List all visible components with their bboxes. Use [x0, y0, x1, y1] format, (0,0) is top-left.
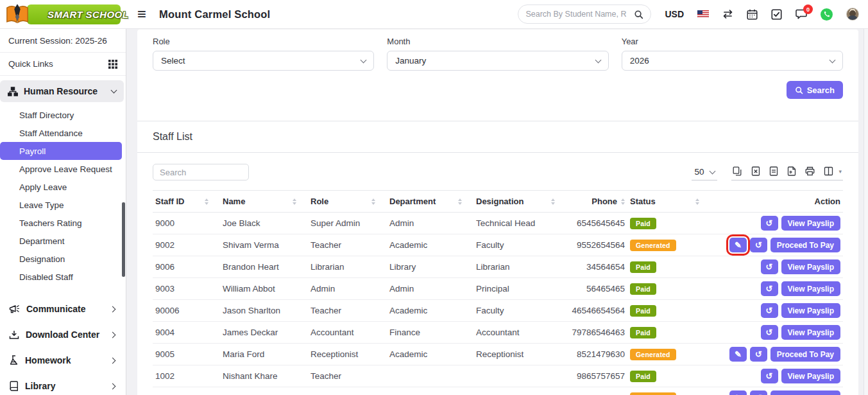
action-buttons: ✎↺Proceed To Pay — [713, 391, 840, 395]
view-payslip-button[interactable]: View Payslip — [781, 369, 841, 383]
revert-button[interactable]: ↺ — [750, 391, 767, 395]
sidebar-item-disabled-staff[interactable]: Disabled Staff — [0, 268, 122, 286]
cell-staff-id: 90006 — [153, 300, 220, 322]
cell-status: Paid — [627, 278, 711, 300]
revert-button[interactable]: ↺ — [761, 325, 778, 340]
column-header-staff-id[interactable]: Staff ID — [153, 191, 220, 213]
revert-button[interactable]: ↺ — [761, 281, 778, 296]
payroll-filter-form: Role Select Month January — [137, 30, 858, 121]
sidebar-item-designation[interactable]: Designation — [0, 250, 122, 268]
language-flag-icon[interactable] — [697, 10, 709, 18]
cell-name: Maria Ford — [220, 344, 308, 365]
whatsapp-icon[interactable] — [821, 8, 833, 21]
sidebar-item-staff-directory[interactable]: Staff Directory — [0, 106, 122, 124]
column-header-status[interactable]: Status — [627, 191, 711, 213]
edit-payroll-button[interactable]: ✎ — [729, 347, 747, 362]
page-scrollbar[interactable] — [864, 29, 868, 395]
exchange-arrows-icon[interactable] — [722, 10, 733, 19]
table-row: 9006Brandon HeartLibrarianLibraryLibrari… — [153, 256, 843, 278]
page-size-select[interactable]: 50 — [692, 166, 717, 180]
proceed-to-pay-button[interactable]: Proceed To Pay — [770, 347, 840, 362]
sort-icon — [286, 198, 305, 205]
print-icon[interactable] — [805, 166, 815, 176]
edit-payroll-button[interactable]: ✎ — [729, 238, 747, 252]
year-select[interactable]: 2026 — [622, 51, 843, 71]
search-button-label: Search — [807, 85, 835, 95]
hr-submenu: Staff DirectoryStaff AttendancePayrollAp… — [0, 106, 126, 286]
search-icon[interactable] — [634, 10, 643, 19]
column-header-role[interactable]: Role — [308, 191, 387, 213]
todo-check-icon[interactable] — [771, 9, 782, 20]
table-row: 1002Nishant KhareTeacher9865757657Paid↺V… — [153, 365, 843, 387]
role-select[interactable]: Select — [153, 51, 374, 71]
user-avatar[interactable] — [846, 8, 859, 21]
global-search-input[interactable] — [525, 10, 634, 19]
sidebar-section-library[interactable]: Library — [0, 373, 126, 395]
grid-icon[interactable] — [108, 60, 117, 69]
chat-icon[interactable]: 0 — [796, 9, 807, 19]
sidebar-item-approve-leave-request[interactable]: Approve Leave Request — [0, 160, 122, 178]
view-payslip-button[interactable]: View Payslip — [781, 303, 841, 318]
cell-role: Teacher — [308, 387, 387, 395]
revert-button[interactable]: ↺ — [750, 238, 767, 252]
excel-icon[interactable] — [751, 166, 760, 176]
chevron-down-icon — [361, 57, 367, 63]
cell-staff-id: 9005 — [153, 344, 220, 365]
sidebar-section-homework[interactable]: Homework — [0, 347, 126, 373]
sidebar-item-payroll[interactable]: Payroll — [0, 142, 122, 160]
cell-department: Finance — [387, 322, 473, 344]
revert-button[interactable]: ↺ — [761, 303, 778, 318]
revert-button[interactable]: ↺ — [761, 369, 778, 383]
sidebar-item-staff-attendance[interactable]: Staff Attendance — [0, 124, 122, 142]
csv-icon[interactable] — [769, 166, 778, 176]
menu-toggle-icon[interactable]: ≡ — [137, 6, 146, 22]
sidebar-item-apply-leave[interactable]: Apply Leave — [0, 178, 122, 196]
month-select-value: January — [395, 56, 426, 66]
copy-icon[interactable] — [733, 166, 742, 176]
cell-action: ↺View Payslip — [711, 322, 843, 344]
column-header-phone[interactable]: Phone — [566, 191, 627, 213]
quick-links-label: Quick Links — [8, 59, 53, 69]
sidebar-item-teachers-rating[interactable]: Teachers Rating — [0, 214, 122, 232]
action-buttons: ↺View Payslip — [713, 216, 840, 231]
view-payslip-button[interactable]: View Payslip — [781, 216, 841, 231]
revert-button[interactable]: ↺ — [750, 347, 767, 362]
revert-button[interactable]: ↺ — [761, 259, 778, 274]
pdf-icon[interactable] — [787, 166, 796, 176]
sidebar-item-leave-type[interactable]: Leave Type — [0, 196, 122, 214]
column-header-name[interactable]: Name — [220, 191, 308, 213]
sidebar-section-download-center[interactable]: Download Center — [0, 322, 126, 347]
proceed-to-pay-button[interactable]: Proceed To Pay — [770, 391, 840, 395]
revert-button[interactable]: ↺ — [761, 216, 778, 231]
currency-label[interactable]: USD — [665, 9, 684, 19]
view-payslip-button[interactable]: View Payslip — [781, 325, 841, 340]
chat-badge: 0 — [803, 4, 813, 14]
sidebar-section-human-resource[interactable]: Human Resource — [0, 80, 124, 102]
column-header-department[interactable]: Department — [387, 191, 473, 213]
role-select-value: Select — [161, 56, 185, 66]
proceed-to-pay-button[interactable]: Proceed To Pay — [770, 238, 840, 252]
sidebar-item-department[interactable]: Department — [0, 232, 122, 250]
cell-phone: 9865757657 — [566, 365, 627, 387]
view-payslip-button[interactable]: View Payslip — [781, 259, 841, 274]
sidebar-scrollbar-thumb[interactable] — [122, 202, 125, 277]
edit-payroll-button[interactable]: ✎ — [729, 391, 747, 395]
caret-down-icon: ▾ — [838, 168, 842, 175]
view-payslip-button[interactable]: View Payslip — [781, 281, 841, 296]
sidebar-section-communicate[interactable]: Communicate — [0, 296, 126, 322]
month-select[interactable]: January — [387, 51, 608, 71]
cell-department: Library — [387, 256, 473, 278]
sidebar-section-label: Download Center — [26, 329, 99, 340]
cell-status: Paid — [627, 256, 711, 278]
app-logo[interactable]: SMART SCHOOL — [5, 4, 121, 25]
cell-action: ↺View Payslip — [711, 365, 843, 387]
column-header-designation[interactable]: Designation — [473, 191, 566, 213]
columns-icon[interactable] — [824, 166, 833, 176]
calendar-icon[interactable] — [747, 9, 758, 20]
page-size-value: 50 — [694, 167, 704, 177]
table-search-input[interactable] — [153, 164, 249, 180]
current-session-label: Current Session: 2025-26 — [0, 29, 126, 53]
global-search[interactable] — [518, 4, 651, 24]
quick-links[interactable]: Quick Links — [0, 53, 126, 76]
search-button[interactable]: Search — [787, 81, 843, 99]
